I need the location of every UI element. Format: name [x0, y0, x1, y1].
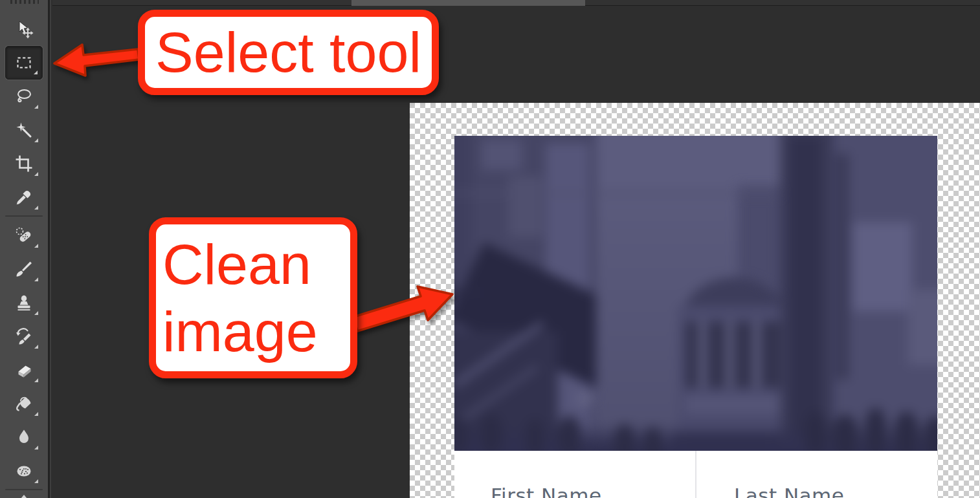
tool-lasso[interactable] [5, 80, 43, 113]
tool-flyout-indicator [34, 446, 38, 449]
tool-flyout-indicator [34, 277, 38, 281]
tool-flyout-indicator [34, 479, 38, 483]
form-column-divider [695, 451, 696, 498]
topbar [0, 0, 980, 6]
tool-flyout-indicator [34, 105, 38, 109]
select-tool-callout-label: Select tool [155, 19, 421, 86]
clean-image-callout-label: Clean image [162, 231, 350, 365]
tool-crop[interactable] [5, 147, 43, 180]
magic-wand-icon [14, 120, 34, 140]
tool-flyout-indicator [34, 345, 38, 349]
tool-flyout-indicator [34, 378, 38, 382]
panel-divider [48, 0, 52, 498]
tool-paint-bucket[interactable] [5, 387, 43, 420]
tool-magic-wand[interactable] [5, 113, 43, 147]
transparency-checkerboard: First Name Last Name [410, 103, 980, 498]
spot-healing-brush-icon [14, 226, 34, 245]
rectangular-marquee-icon [14, 53, 34, 72]
tool-eyedropper[interactable] [5, 180, 43, 214]
toolbar-grip[interactable] [10, 0, 39, 4]
tool-move[interactable] [5, 12, 43, 46]
last-name-label: Last Name [734, 484, 844, 498]
tool-eraser[interactable] [5, 353, 43, 387]
tool-flyout-indicator [34, 311, 38, 315]
photo-blur-layers [454, 136, 937, 451]
tool-flyout-indicator [34, 206, 38, 210]
eraser-icon [14, 360, 34, 380]
tool-sponge[interactable] [5, 454, 43, 488]
document-image[interactable] [454, 136, 937, 451]
history-brush-icon [14, 327, 34, 346]
clean-image-callout: Clean image [149, 217, 357, 378]
blur-icon [14, 428, 34, 447]
tool-brush[interactable] [5, 252, 43, 286]
document-tab[interactable] [351, 0, 585, 6]
tool-spot-healing-brush[interactable] [5, 219, 43, 252]
document-form-area: First Name Last Name [454, 451, 937, 498]
toolbar-divider [5, 489, 43, 490]
tool-flyout-indicator [34, 172, 38, 176]
photoshop-window: First Name Last Name [0, 0, 980, 498]
brush-icon [14, 259, 34, 279]
sponge-icon [14, 461, 34, 481]
first-name-label: First Name [491, 484, 602, 498]
tool-clone-stamp[interactable] [5, 286, 43, 319]
clone-stamp-icon [14, 293, 34, 312]
toolbar-divider [5, 215, 43, 217]
tool-flyout-indicator [34, 412, 38, 416]
move-icon [14, 19, 34, 39]
select-tool-callout: Select tool [138, 10, 439, 95]
toolbar [0, 0, 48, 498]
tool-history-brush[interactable] [5, 319, 43, 353]
eyedropper-icon [14, 188, 34, 207]
tool-rectangular-marquee[interactable] [5, 46, 43, 80]
paint-bucket-icon [14, 394, 34, 413]
lasso-icon [14, 87, 34, 106]
tool-flyout-indicator [34, 70, 38, 74]
tool-flyout-indicator [34, 244, 38, 248]
tool-flyout-indicator [34, 138, 38, 142]
crop-icon [14, 154, 34, 173]
tool-blur[interactable] [5, 420, 43, 454]
pen-tool-partial-icon[interactable] [21, 495, 27, 498]
